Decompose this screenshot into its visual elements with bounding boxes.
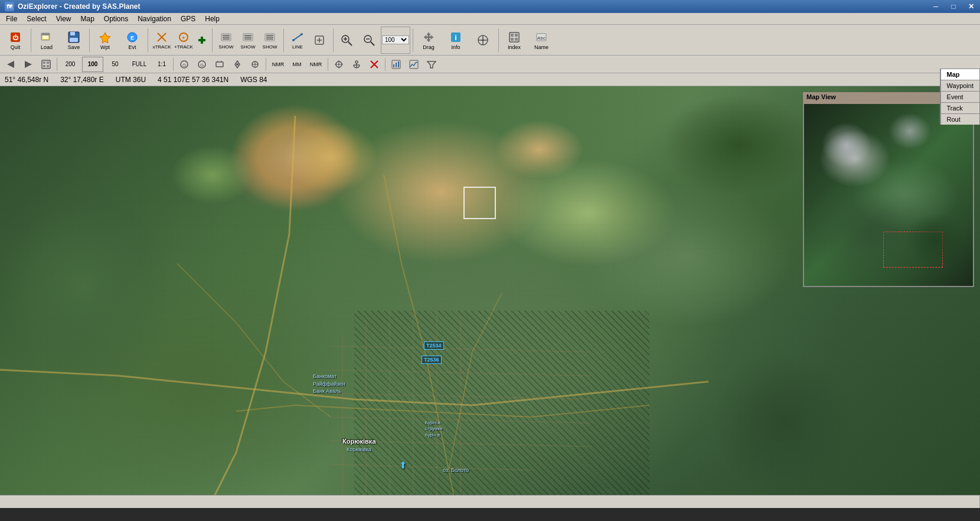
svg-text:⏻: ⏻: [12, 34, 19, 41]
minimap-highlight-2: [888, 113, 931, 149]
tab-track[interactable]: Track: [940, 102, 980, 113]
zoom100-button[interactable]: 100: [82, 57, 103, 72]
save-button[interactable]: Save: [61, 27, 87, 54]
svg-rect-4: [43, 35, 48, 39]
bankmat-label: Банкомат Райффайзен Банк Аваль: [313, 373, 345, 395]
tab-row-spacer: [0, 496, 979, 508]
zoom-in-button[interactable]: [336, 27, 357, 54]
menu-help[interactable]: Help: [200, 13, 224, 24]
map-view-title: Map View: [806, 93, 836, 100]
name-button[interactable]: Abc Name: [528, 27, 554, 54]
gps-btn1[interactable]: G: [176, 57, 192, 72]
drag-icon: [422, 30, 436, 44]
svg-rect-52: [515, 38, 518, 41]
show-group: SHOW SHOW SHOW: [215, 26, 281, 54]
svg-rect-6: [70, 32, 75, 35]
zoom-select[interactable]: 100 50 200: [381, 27, 410, 54]
show1-button[interactable]: SHOW: [215, 27, 237, 54]
zoom-full-button[interactable]: FULL: [127, 57, 152, 72]
zoom-out-button[interactable]: [358, 27, 380, 54]
separator-3: [148, 28, 148, 52]
nmr-button[interactable]: NMR: [269, 57, 288, 72]
evt-button[interactable]: E Evt: [119, 27, 145, 54]
gps-btn2[interactable]: G: [194, 57, 210, 72]
mm-button[interactable]: MM: [289, 57, 305, 72]
coordinate-n: 51° 46,548r N: [5, 76, 48, 84]
svg-text:E: E: [130, 35, 134, 41]
forward-button[interactable]: [20, 57, 37, 72]
utm-zone: UTM 36U: [116, 76, 146, 84]
svg-text:Abc: Abc: [537, 35, 545, 41]
menu-select[interactable]: Select: [22, 13, 51, 24]
tab-event[interactable]: Event: [940, 91, 980, 102]
zoom-fit-button[interactable]: 1:1: [153, 57, 171, 72]
menu-view[interactable]: View: [51, 13, 76, 24]
load-button[interactable]: Load: [34, 27, 60, 54]
right-tab-bar: Map Waypoint Event Track Rout: [940, 69, 980, 125]
menu-file[interactable]: File: [1, 13, 22, 24]
gps-btn5[interactable]: [247, 57, 263, 72]
svg-rect-58: [43, 61, 45, 64]
plus-icon: [195, 33, 209, 47]
menu-options[interactable]: Options: [99, 13, 133, 24]
minimap-button[interactable]: [38, 57, 54, 72]
separator-1: [31, 28, 31, 52]
status-bar: 51° 46,548r N 32° 17,480r E UTM 36U 4 51…: [0, 73, 980, 86]
line-button[interactable]: LINE: [287, 27, 308, 54]
back-button[interactable]: [2, 57, 19, 72]
separator-t2-1: [57, 58, 57, 71]
map-area[interactable]: T2534 T2536 Банкомат Райффайзен Банк Ава…: [0, 86, 980, 508]
plus-button[interactable]: [195, 27, 209, 54]
crosshair-button[interactable]: [331, 57, 347, 72]
close-button[interactable]: ✕: [962, 0, 980, 13]
save-icon: [67, 30, 81, 44]
main-tab-row: [0, 495, 980, 508]
restore-button[interactable]: □: [945, 0, 962, 13]
show3-button[interactable]: SHOW: [259, 27, 280, 54]
title-bar-title: OziExplorer - Created by SAS.Planet: [18, 2, 140, 11]
tab-map[interactable]: Map: [940, 69, 980, 80]
show2-button[interactable]: SHOW: [237, 27, 259, 54]
xtrack-button[interactable]: xTRACK: [151, 27, 172, 54]
toolbar1: ⏻ Quit Load Save: [0, 25, 980, 56]
toolbar2: 200 100 50 FULL 1:1 G G: [0, 56, 980, 73]
separator-4: [212, 28, 213, 52]
track-group: xTRACK + +TRACK: [151, 26, 210, 54]
menu-bar: File Select View Map Options Navigation …: [0, 13, 980, 25]
minimize-button[interactable]: ─: [927, 0, 945, 13]
filter-button[interactable]: [423, 57, 440, 72]
menu-map[interactable]: Map: [76, 13, 99, 24]
gps-btn4[interactable]: [229, 57, 246, 72]
svg-point-69: [236, 63, 239, 66]
quit-button[interactable]: ⏻ Quit: [2, 27, 28, 54]
gps-btn3[interactable]: [211, 57, 228, 72]
zoom50-button[interactable]: 50: [104, 57, 126, 72]
lake-label: оз. Болото: [443, 467, 469, 473]
svg-text:G: G: [182, 63, 186, 68]
info-button[interactable]: i Info: [443, 27, 469, 54]
wpt-button[interactable]: Wpt: [92, 27, 118, 54]
tab-waypoint[interactable]: Waypoint: [940, 80, 980, 91]
quit-icon: ⏻: [8, 30, 22, 44]
svg-rect-59: [47, 61, 49, 64]
drag-button[interactable]: Drag: [416, 27, 442, 54]
chart-button[interactable]: [388, 57, 404, 72]
index-button[interactable]: Index: [501, 27, 527, 54]
tab-rout[interactable]: Rout: [940, 113, 980, 125]
separator-5: [283, 28, 284, 52]
zoom200-button[interactable]: 200: [60, 57, 81, 72]
svg-text:+: +: [182, 35, 185, 41]
track-button[interactable]: + +TRACK: [173, 27, 194, 54]
graph-button[interactable]: [406, 57, 422, 72]
anchor-button[interactable]: [348, 57, 365, 72]
nmr2-button[interactable]: NMR: [306, 57, 325, 72]
zoom-dropdown[interactable]: 100 50 200: [382, 35, 409, 44]
move-button[interactable]: [470, 27, 496, 54]
map-canvas: T2534 T2536 Банкомат Райффайзен Банк Ава…: [0, 86, 980, 508]
menu-navigation[interactable]: Navigation: [133, 13, 176, 24]
index-label: Index: [508, 44, 521, 50]
svg-text:i: i: [455, 33, 457, 42]
target-button[interactable]: [366, 57, 383, 72]
menu-gps[interactable]: GPS: [176, 13, 200, 24]
lineshowbtn[interactable]: [309, 27, 330, 54]
